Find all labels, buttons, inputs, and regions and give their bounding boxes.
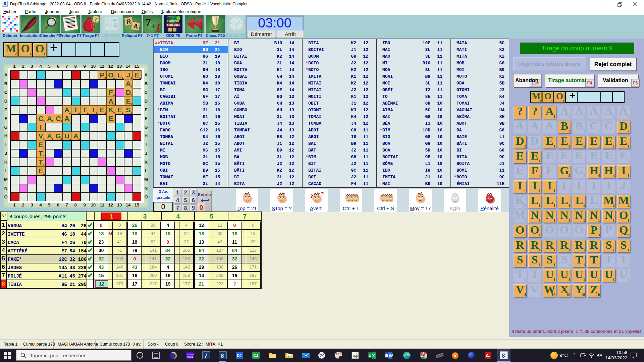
svg-text:music: music	[187, 356, 193, 358]
svg-text:?: ?	[310, 194, 313, 199]
svg-text:7: 7	[204, 353, 207, 359]
svg-text:8: 8	[502, 353, 505, 359]
svg-text:1 - KIP: 1 - KIP	[106, 18, 117, 22]
svg-text:W: W	[389, 353, 393, 358]
svg-text:amazon: amazon	[187, 353, 194, 355]
svg-text:X: X	[372, 353, 375, 358]
svg-text:L'OFFICIEL: L'OFFICIEL	[167, 20, 180, 22]
svg-text:+: +	[151, 21, 156, 31]
svg-text:8: 8	[221, 353, 224, 359]
svg-text:DJ: DJ	[237, 354, 241, 358]
svg-text:1: 1	[155, 21, 161, 33]
svg-text:CJ: CJ	[253, 354, 258, 358]
svg-text:?: ?	[321, 191, 324, 196]
svg-text:LAROUSSE: LAROUSSE	[167, 16, 177, 18]
svg-text:7: 7	[145, 16, 151, 28]
svg-text:SCRABBLE: SCRABBLE	[167, 24, 180, 26]
svg-text:a: a	[454, 354, 456, 358]
